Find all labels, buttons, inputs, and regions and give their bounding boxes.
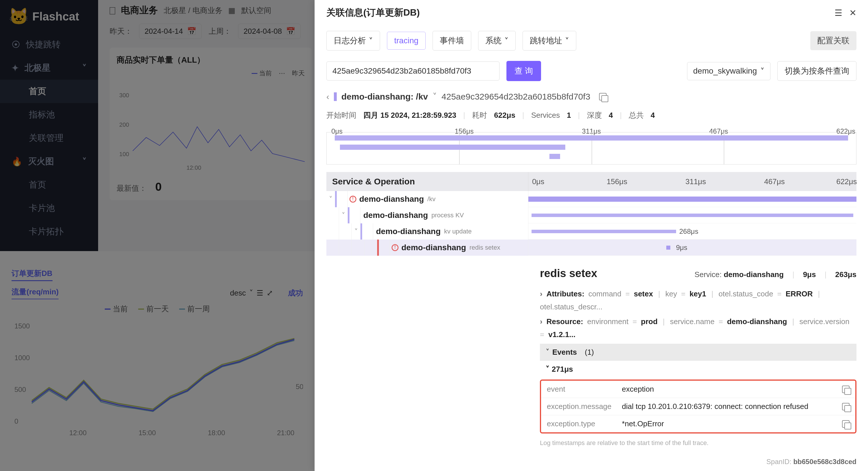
copy-icon[interactable] bbox=[599, 93, 607, 100]
compass-icon: ⦿ bbox=[11, 40, 20, 50]
sidebar-item-metric-pool[interactable]: 指标池 bbox=[0, 103, 98, 126]
chevron-down-icon[interactable]: ˅ bbox=[433, 92, 437, 102]
error-icon bbox=[392, 244, 399, 251]
relation-panel: 关联信息(订单更新DB) ☰ ✕ 日志分析˅ tracing 事件墙 系统˅ 跳… bbox=[314, 0, 868, 471]
tab-tracing[interactable]: tracing bbox=[387, 32, 426, 50]
sidebar-item-label: 首页 bbox=[29, 179, 46, 191]
legend-yesterday: 昨天 bbox=[292, 69, 305, 77]
app-square-icon: ⎕ bbox=[110, 5, 115, 16]
span-row-selected[interactable]: demo-dianshang redis setex 9μs bbox=[327, 240, 857, 256]
date-yesterday[interactable]: 2024-04-14📅 bbox=[139, 24, 202, 39]
event-row: exception.message dial tcp 10.201.0.210:… bbox=[541, 398, 855, 415]
chevron-down-icon[interactable]: ˅ bbox=[339, 211, 348, 219]
sidebar-item-label: 指标池 bbox=[29, 109, 55, 121]
dotted-icon: ⋯ bbox=[279, 69, 285, 77]
trace-info-bar: 开始时间 四月 15 2024, 21:28:59.923 | 耗时 622μs… bbox=[315, 107, 868, 124]
svg-text:500: 500 bbox=[14, 385, 26, 394]
search-button[interactable]: 查 询 bbox=[506, 61, 541, 81]
sidebar-item-label: 卡片池 bbox=[29, 202, 55, 214]
svg-text:300: 300 bbox=[119, 92, 129, 98]
chevron-right-icon: › bbox=[540, 317, 542, 326]
metric-success[interactable]: 成功 bbox=[288, 288, 303, 298]
sidebar-item-label: 卡片拓扑 bbox=[29, 226, 63, 238]
trace-service-op: demo-dianshang: /kv bbox=[341, 92, 428, 102]
copy-icon[interactable] bbox=[842, 385, 849, 393]
chevron-down-icon: ˅ bbox=[369, 36, 373, 45]
span-service: demo-dianshang bbox=[399, 243, 466, 252]
tab-system[interactable]: 系统˅ bbox=[478, 31, 516, 51]
span-service: demo-dianshang bbox=[361, 211, 428, 220]
tab-events[interactable]: 事件墙 bbox=[433, 31, 471, 51]
filter-icon[interactable]: ☰ bbox=[256, 289, 263, 297]
span-operation: /kv bbox=[424, 195, 435, 203]
grid-icon: ▦ bbox=[228, 6, 236, 15]
datasource-select[interactable]: demo_skywalking˅ bbox=[687, 62, 771, 80]
span-row[interactable]: ˅ demo-dianshang kv update 268μs bbox=[327, 223, 857, 240]
detail-span-name: redis setex bbox=[540, 267, 597, 280]
event-time[interactable]: ˅ 271μs bbox=[540, 361, 857, 378]
trace-minimap[interactable] bbox=[327, 132, 857, 164]
sidebar-item-card-topo[interactable]: 卡片拓扑 bbox=[0, 220, 98, 243]
span-operation: redis setex bbox=[466, 244, 500, 251]
sort-select[interactable]: desc bbox=[230, 289, 246, 297]
bottom-legend: 当前 前一天 前一周 bbox=[11, 304, 303, 314]
stat-latest-label: 最新值： bbox=[117, 183, 147, 193]
nav-group-fire[interactable]: 🔥 灭火图 ˅ bbox=[0, 150, 98, 173]
attributes-row[interactable]: › Attributes: command=setex| key=key1| o… bbox=[540, 287, 857, 314]
breadcrumb: 北极星 / 电商业务 bbox=[164, 5, 222, 15]
svg-text:1500: 1500 bbox=[14, 322, 30, 330]
logo: 🐱 Flashcat bbox=[0, 0, 98, 33]
sidebar-item-relation[interactable]: 关联管理 bbox=[0, 126, 98, 150]
chevron-down-icon[interactable]: ˅ bbox=[352, 227, 361, 236]
date-lastweek[interactable]: 2024-04-08📅 bbox=[238, 24, 301, 39]
events-header[interactable]: ˅ Events (1) bbox=[540, 344, 857, 361]
svg-text:21:00: 21:00 bbox=[277, 429, 294, 437]
sidebar-item-fire-home[interactable]: 首页 bbox=[0, 173, 98, 196]
tab-jump[interactable]: 跳转地址˅ bbox=[523, 31, 576, 51]
span-grid-header: Service & Operation 0μs 156μs 311μs 467μ… bbox=[327, 172, 857, 191]
copy-icon[interactable] bbox=[842, 403, 849, 410]
chevron-down-icon: ˅ bbox=[249, 289, 253, 297]
svg-text:100: 100 bbox=[119, 151, 129, 157]
tab-log[interactable]: 日志分析˅ bbox=[327, 31, 380, 51]
copy-icon[interactable] bbox=[842, 420, 849, 428]
lastweek-label: 上周： bbox=[209, 26, 231, 36]
app-name: Flashcat bbox=[32, 10, 79, 23]
yesterday-label: 昨天： bbox=[110, 26, 132, 36]
configure-relation-button[interactable]: 配置关联 bbox=[810, 31, 857, 50]
event-row: exception.type *net.OpError bbox=[541, 415, 855, 432]
expand-icon[interactable]: ⤢ bbox=[267, 289, 273, 297]
chevron-down-icon: ˅ bbox=[82, 63, 87, 73]
calendar-icon: 📅 bbox=[187, 27, 196, 36]
span-row[interactable]: ˅ demo-dianshang /kv bbox=[327, 191, 857, 207]
sidebar-item-card-pool[interactable]: 卡片池 bbox=[0, 196, 98, 220]
switch-query-button[interactable]: 切换为按条件查询 bbox=[777, 61, 857, 81]
close-icon[interactable]: ✕ bbox=[849, 8, 857, 18]
quick-jump[interactable]: ⦿ 快捷跳转 bbox=[0, 33, 98, 56]
legend-now: 当前 bbox=[259, 69, 272, 77]
traffic-chart: 1500 1000 500 0 50 12:00 15:00 18:00 21:… bbox=[11, 317, 303, 438]
svg-text:50: 50 bbox=[296, 383, 303, 390]
svg-text:1000: 1000 bbox=[14, 354, 30, 362]
chevron-left-icon[interactable]: ‹ bbox=[327, 92, 329, 102]
metric-tab[interactable]: 流量(req/min) bbox=[11, 287, 59, 299]
nav-group-polaris[interactable]: ✦ 北极星 ˅ bbox=[0, 56, 98, 80]
span-row[interactable]: ˅ demo-dianshang process KV bbox=[327, 207, 857, 223]
chevron-down-icon: ˅ bbox=[504, 36, 508, 45]
minimap-axis: 0μs 156μs 311μs 467μs 622μs bbox=[327, 127, 857, 130]
footnote: Log timestamps are relative to the start… bbox=[540, 434, 857, 452]
trace-id-input[interactable] bbox=[327, 61, 499, 81]
card-title: 商品实时下单量（ALL） bbox=[117, 55, 305, 65]
layout-icon[interactable]: ☰ bbox=[835, 8, 842, 18]
sidebar-item-home[interactable]: 首页 bbox=[0, 80, 98, 103]
section-title: 订单更新DB bbox=[11, 269, 53, 281]
svg-text:15:00: 15:00 bbox=[138, 429, 156, 437]
space-label[interactable]: 默认空间 bbox=[241, 5, 271, 15]
resource-row[interactable]: › Resource: environment=prod| service.na… bbox=[540, 314, 857, 342]
trace-id: 425ae9c329654d23b2a60185b8fd70f3 bbox=[441, 92, 590, 102]
chevron-down-icon: ˅ bbox=[546, 365, 550, 374]
chevron-down-icon[interactable]: ˅ bbox=[327, 195, 335, 203]
card-orders: 商品实时下单量（ALL） 当前 ⋯ 昨天 300 200 100 12:00 最… bbox=[110, 48, 312, 200]
calendar-icon: 📅 bbox=[286, 27, 295, 36]
span-id: SpanID: bb650e568c3d8ced bbox=[315, 452, 868, 471]
